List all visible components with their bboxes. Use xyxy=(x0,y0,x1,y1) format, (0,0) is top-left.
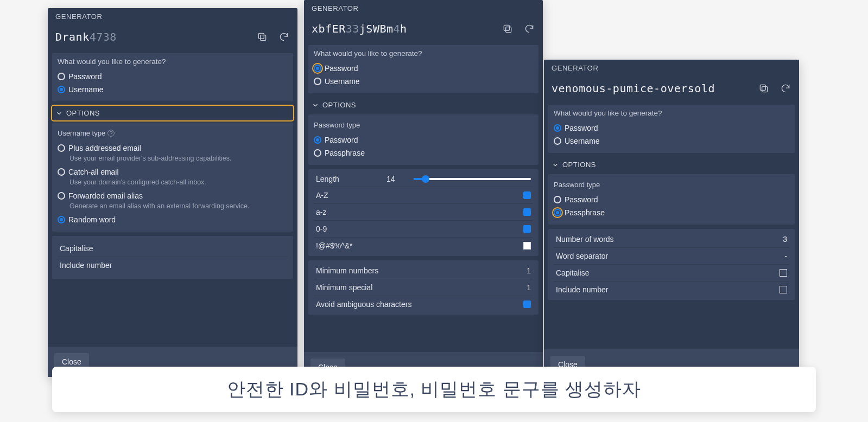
radio-icon xyxy=(554,124,561,132)
radio-type-password[interactable]: Password xyxy=(554,193,789,206)
options-label: OPTIONS xyxy=(322,101,356,109)
num-words-row[interactable]: Number of words 3 xyxy=(554,231,789,248)
checkbox-icon xyxy=(523,300,531,308)
radio-icon xyxy=(58,192,65,200)
generated-value: Drank4738 xyxy=(55,30,117,43)
radio-icon xyxy=(58,216,65,223)
radio-forwarded[interactable]: Forwarded email alias xyxy=(58,189,288,202)
capitalise-row[interactable]: Capitalise xyxy=(554,265,789,282)
options-toggle[interactable]: OPTIONS xyxy=(548,157,795,172)
generator-panel-username: GENERATOR Drank4738 What would you like … xyxy=(48,8,297,377)
length-slider[interactable] xyxy=(414,178,531,180)
radio-icon xyxy=(58,73,65,80)
include-number-row[interactable]: Include number xyxy=(554,282,789,298)
min-special[interactable]: Minimum special 1 xyxy=(314,279,533,296)
radio-icon xyxy=(58,168,65,176)
refresh-icon[interactable] xyxy=(780,82,791,94)
radio-plus-email[interactable]: Plus addressed email xyxy=(58,142,288,155)
username-type-label: Username type ? xyxy=(58,129,288,137)
separator-row[interactable]: Word separator - xyxy=(554,248,789,265)
radio-icon xyxy=(58,144,65,152)
checkbox-icon xyxy=(523,191,531,199)
length-row[interactable]: Length 14 xyxy=(314,171,533,187)
charset-num[interactable]: 0-9 xyxy=(314,221,533,238)
radio-label: Random word xyxy=(68,215,116,224)
radio-password[interactable]: Password xyxy=(58,70,288,83)
radio-icon xyxy=(314,65,321,72)
passphrase-options-section: Number of words 3 Word separator - Capit… xyxy=(548,229,795,300)
radio-username[interactable]: Username xyxy=(58,83,288,96)
generated-row: Drank4738 xyxy=(48,23,297,53)
question-label: What would you like to generate? xyxy=(554,109,789,117)
refresh-icon[interactable] xyxy=(278,31,290,43)
options-toggle[interactable]: OPTIONS xyxy=(52,106,293,120)
radio-desc: Use your email provider's sub-addressing… xyxy=(58,155,288,165)
checkbox-edge xyxy=(286,261,288,270)
checkbox-icon xyxy=(523,208,531,216)
svg-rect-2 xyxy=(506,27,511,33)
copy-icon[interactable] xyxy=(256,31,268,43)
help-icon[interactable]: ? xyxy=(107,130,115,137)
radio-label: Username xyxy=(565,137,600,145)
panel-header: GENERATOR xyxy=(48,8,297,23)
radio-type-passphrase[interactable]: Passphrase xyxy=(314,146,533,159)
generated-value: venomous-pumice-oversold xyxy=(552,82,715,95)
radio-label: Username xyxy=(325,77,360,86)
checkbox-icon xyxy=(780,286,787,293)
question-label: What would you like to generate? xyxy=(314,49,533,57)
radio-icon xyxy=(554,209,561,216)
generator-panel-password: GENERATOR xbfER33jSWBm4h What would you … xyxy=(304,0,543,382)
options-toggle[interactable]: OPTIONS xyxy=(308,98,538,112)
charset-lower[interactable]: a-z xyxy=(314,204,533,221)
copy-icon[interactable] xyxy=(758,82,770,94)
options-label: OPTIONS xyxy=(562,161,596,169)
avoid-ambiguous[interactable]: Avoid ambiguous characters xyxy=(314,296,533,312)
password-type-label: Password type xyxy=(314,121,533,129)
charset-upper[interactable]: A-Z xyxy=(314,187,533,204)
radio-password[interactable]: Password xyxy=(554,122,789,135)
radio-username[interactable]: Username xyxy=(554,135,789,148)
radio-type-password[interactable]: Password xyxy=(314,133,533,146)
caption-bar: 안전한 ID와 비밀번호, 비밀번호 문구를 생성하자 xyxy=(52,367,816,412)
radio-label: Password xyxy=(565,195,598,204)
radio-password[interactable]: Password xyxy=(314,62,533,75)
radio-catchall[interactable]: Catch-all email xyxy=(58,165,288,178)
radio-label: Plus addressed email xyxy=(68,144,141,152)
radio-random-word[interactable]: Random word xyxy=(58,213,288,226)
panel-header: GENERATOR xyxy=(544,60,799,74)
radio-label: Password xyxy=(68,72,102,81)
min-numbers-value: 1 xyxy=(522,266,531,275)
radio-username[interactable]: Username xyxy=(314,75,533,88)
radio-label: Forwarded email alias xyxy=(68,191,143,200)
generated-row: venomous-pumice-oversold xyxy=(544,74,799,105)
checkbox-icon xyxy=(523,225,531,233)
password-type-section: Password type Password Passphrase xyxy=(548,174,795,225)
options-label: OPTIONS xyxy=(66,109,100,117)
caption-text: 안전한 ID와 비밀번호, 비밀번호 문구를 생성하자 xyxy=(227,377,642,402)
username-type-section: Username type ? Plus addressed email Use… xyxy=(52,123,293,232)
radio-icon xyxy=(554,196,561,203)
svg-rect-5 xyxy=(760,85,765,90)
checkbox-icon xyxy=(523,242,531,250)
generate-type-section: What would you like to generate? Passwor… xyxy=(52,53,293,101)
length-value: 14 xyxy=(387,175,403,183)
radio-desc: Use your domain's configured catch-all i… xyxy=(58,178,288,189)
min-numbers[interactable]: Minimum numbers 1 xyxy=(314,263,533,279)
charset-special[interactable]: !@#$%^&* xyxy=(314,238,533,254)
generated-row: xbfER33jSWBm4h xyxy=(304,15,543,45)
copy-icon[interactable] xyxy=(502,23,514,35)
generated-value: xbfER33jSWBm4h xyxy=(312,22,407,35)
min-special-value: 1 xyxy=(522,283,531,292)
username-props-section: Capitalise Include number xyxy=(52,236,293,279)
prop-capitalise[interactable]: Capitalise xyxy=(58,240,288,257)
radio-label: Password xyxy=(565,124,598,132)
password-minimums-section: Minimum numbers 1 Minimum special 1 Avoi… xyxy=(308,260,538,315)
checkbox-icon xyxy=(780,269,787,277)
svg-rect-3 xyxy=(504,25,509,30)
generate-type-section: What would you like to generate? Passwor… xyxy=(548,105,795,153)
radio-type-passphrase[interactable]: Passphrase xyxy=(554,206,789,219)
radio-label: Password xyxy=(325,136,358,144)
refresh-icon[interactable] xyxy=(523,23,535,35)
radio-icon xyxy=(554,137,561,145)
prop-include-number[interactable]: Include number xyxy=(58,257,288,273)
